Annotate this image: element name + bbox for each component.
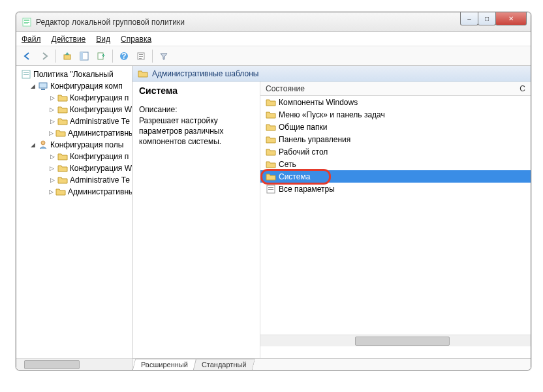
tree-hscrollbar[interactable] [16, 358, 132, 370]
folder-icon [138, 68, 148, 79]
toolbar-separator [152, 50, 153, 63]
folder-icon [57, 163, 68, 173]
export-button[interactable] [94, 49, 108, 63]
svg-rect-3 [24, 23, 28, 24]
tree-view[interactable]: Политика "Локальный ◢ Конфигурация комп … [16, 66, 132, 358]
maximize-button[interactable]: □ [478, 12, 496, 25]
list-item[interactable]: Панель управления [260, 133, 531, 145]
list-item[interactable]: Сеть [260, 158, 531, 170]
tree-computer-config[interactable]: ◢ Конфигурация комп [29, 80, 132, 92]
list-item-label: Рабочий стол [279, 147, 328, 157]
svg-text:?: ? [121, 52, 126, 61]
description-text: Разрешает настройку параметров различных… [139, 115, 253, 147]
list-column: Состояние С Компоненты WindowsМеню «Пуск… [260, 82, 531, 358]
folder-icon [57, 104, 68, 115]
tab-bar: Расширенный Стандартный [132, 358, 531, 370]
column-right[interactable]: С [520, 84, 525, 93]
list-item[interactable]: Компоненты Windows [260, 96, 531, 108]
list-header[interactable]: Состояние С [260, 82, 531, 96]
tree-label: Административные [68, 128, 132, 138]
list-item-label: Компоненты Windows [279, 98, 358, 107]
scrollbar-thumb[interactable] [355, 337, 450, 346]
menu-view[interactable]: Вид [96, 35, 110, 44]
list-item[interactable]: Общие папки [260, 121, 531, 133]
properties-button[interactable] [134, 49, 148, 63]
svg-rect-6 [80, 52, 83, 60]
window-title: Редактор локальной групповой политики [36, 18, 185, 27]
svg-rect-18 [41, 89, 45, 90]
folder-icon [57, 116, 68, 127]
menu-help[interactable]: Справка [121, 35, 151, 44]
expand-icon[interactable]: ▷ [49, 177, 55, 183]
filter-button[interactable] [157, 49, 171, 63]
expand-icon[interactable]: ▷ [49, 165, 55, 172]
back-button[interactable] [20, 49, 35, 63]
svg-rect-13 [139, 58, 142, 59]
tree-item[interactable]: ▷Конфигурация п [49, 151, 132, 162]
list-item[interactable]: Все параметры [260, 183, 531, 195]
help-button[interactable]: ? [117, 49, 131, 63]
svg-rect-4 [64, 55, 70, 59]
list-item[interactable]: Система [260, 170, 531, 183]
path-header: Административные шаблоны [132, 66, 531, 82]
svg-rect-12 [139, 56, 143, 57]
expand-icon[interactable]: ▷ [49, 95, 55, 101]
collapse-icon[interactable]: ◢ [29, 142, 36, 148]
folder-icon [266, 134, 276, 145]
details-title: Система [139, 85, 253, 96]
folder-icon [57, 151, 68, 162]
list-item[interactable]: Меню «Пуск» и панель задач [260, 108, 531, 121]
minimize-button[interactable]: – [460, 12, 478, 25]
menu-action[interactable]: Действие [52, 35, 86, 44]
app-window: Редактор локальной групповой политики – … [16, 12, 531, 370]
titlebar: Редактор локальной групповой политики – … [16, 12, 531, 32]
show-tree-button[interactable] [77, 49, 91, 63]
list-item[interactable]: Рабочий стол [260, 145, 531, 158]
tree-item[interactable]: ▷Конфигурация W [49, 162, 132, 174]
path-text: Административные шаблоны [152, 69, 258, 78]
svg-rect-16 [23, 74, 29, 75]
folder-icon [266, 122, 276, 132]
expand-icon[interactable]: ▷ [49, 188, 54, 195]
user-icon [38, 140, 48, 150]
folder-icon [266, 97, 276, 108]
tree-item[interactable]: ▷Administrative Те [49, 115, 132, 127]
close-button[interactable]: ✕ [495, 12, 527, 25]
tree-item[interactable]: ▷Administrative Те [49, 174, 132, 186]
list-item-label: Меню «Пуск» и панель задач [279, 110, 385, 119]
list-hscrollbar[interactable] [260, 335, 531, 346]
expand-icon[interactable]: ▷ [49, 106, 55, 113]
tree-item[interactable]: ▷Административные [49, 127, 132, 139]
tab-standard[interactable]: Стандартный [193, 359, 255, 370]
list-item-label: Панель управления [279, 135, 350, 144]
folder-icon [55, 128, 66, 138]
tree-root[interactable]: Политика "Локальный [19, 68, 132, 80]
tree-label: Конфигурация п [70, 152, 129, 161]
tab-extended[interactable]: Расширенный [132, 359, 196, 370]
tree-item[interactable]: ▷Конфигурация п [49, 92, 132, 104]
forward-button[interactable] [37, 49, 52, 63]
folder-icon [266, 110, 276, 120]
policy-icon [21, 69, 31, 80]
tree-pane: Политика "Локальный ◢ Конфигурация комп … [16, 66, 132, 370]
menu-file[interactable]: Файл [22, 35, 41, 44]
svg-rect-22 [268, 189, 273, 190]
folder-icon [266, 172, 276, 182]
settings-icon [266, 184, 276, 194]
expand-icon[interactable]: ▷ [49, 118, 55, 125]
svg-rect-15 [23, 72, 29, 73]
expand-icon[interactable]: ▷ [49, 153, 55, 160]
column-state[interactable]: Состояние [266, 84, 305, 93]
up-button[interactable] [60, 49, 74, 63]
tree-item[interactable]: ▷Конфигурация W [49, 104, 132, 115]
svg-point-19 [41, 141, 45, 145]
tree-user-config[interactable]: ◢ Конфигурация полы [29, 139, 132, 151]
collapse-icon[interactable]: ◢ [29, 83, 36, 89]
tree-item[interactable]: ▷Административные [49, 186, 132, 198]
scrollbar-thumb[interactable] [24, 360, 80, 369]
expand-icon[interactable]: ▷ [49, 130, 54, 136]
folder-icon [266, 159, 276, 170]
svg-rect-1 [24, 20, 29, 21]
details-column: Система Описание: Разрешает настройку па… [132, 82, 260, 358]
list-body[interactable]: Компоненты WindowsМеню «Пуск» и панель з… [260, 96, 531, 335]
